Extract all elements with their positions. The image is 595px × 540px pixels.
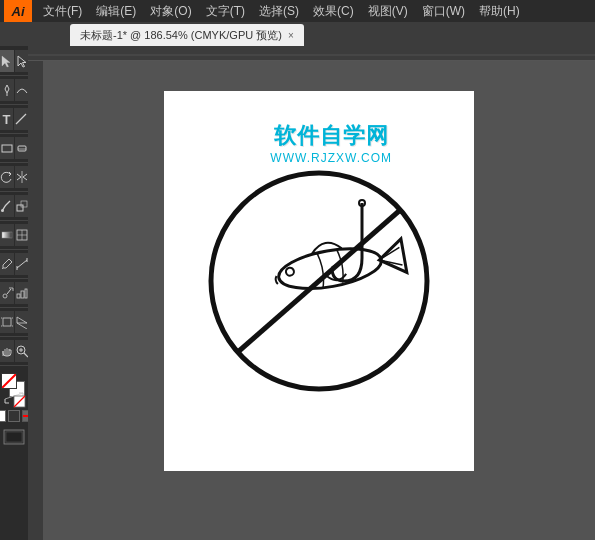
menu-object[interactable]: 对象(O): [143, 1, 198, 22]
no-fishing-illustration: [199, 161, 439, 401]
svg-rect-20: [3, 318, 11, 326]
rotate-tool[interactable]: [0, 166, 14, 188]
gradient-tool[interactable]: [0, 224, 14, 246]
direct-selection-tool[interactable]: [15, 50, 29, 72]
svg-line-0: [16, 114, 26, 124]
eraser-tool[interactable]: [15, 137, 29, 159]
normal-mode-button[interactable]: [0, 410, 6, 422]
eyedropper-tools: [0, 253, 28, 279]
svg-rect-8: [2, 232, 12, 238]
column-graph-tool[interactable]: [15, 282, 29, 304]
slice-tool[interactable]: [15, 311, 29, 333]
canvas-row: 软件自学网 WWW.RJZXW.COM: [28, 61, 595, 540]
hand-tool[interactable]: [0, 340, 14, 362]
transform-tools: [0, 166, 28, 192]
reflect-tool[interactable]: [15, 166, 29, 188]
svg-rect-37: [6, 432, 22, 442]
tab-title: 未标题-1* @ 186.54% (CMYK/GPU 预览): [80, 28, 282, 43]
line-tool[interactable]: [14, 108, 28, 130]
menu-file[interactable]: 文件(F): [36, 1, 89, 22]
foreground-color-swatch[interactable]: [1, 373, 17, 389]
rect-tool[interactable]: [0, 137, 14, 159]
artboard-tool[interactable]: [0, 311, 14, 333]
svg-point-5: [1, 209, 4, 212]
menu-help[interactable]: 帮助(H): [472, 1, 527, 22]
shape-tools: [0, 137, 28, 163]
artboard-tools: [0, 311, 28, 337]
menu-effect[interactable]: 效果(C): [306, 1, 361, 22]
selection-tools: [0, 50, 28, 76]
svg-rect-7: [21, 201, 27, 207]
left-toolbar: T: [0, 46, 28, 540]
svg-rect-1: [2, 145, 12, 152]
mesh-tool[interactable]: [15, 224, 29, 246]
scale-tool[interactable]: [15, 195, 29, 217]
eyedropper-tool[interactable]: [0, 253, 14, 275]
full-screen-mode-button[interactable]: [22, 410, 28, 422]
type-tools: T: [0, 108, 28, 134]
menu-bar: Ai 文件(F) 编辑(E) 对象(O) 文字(T) 选择(S) 效果(C) 视…: [0, 0, 595, 22]
menu-select[interactable]: 选择(S): [252, 1, 306, 22]
svg-rect-17: [17, 294, 20, 298]
menu-window[interactable]: 窗口(W): [415, 1, 472, 22]
menu-view[interactable]: 视图(V): [361, 1, 415, 22]
change-screen-mode[interactable]: [3, 429, 25, 448]
ruler-horizontal: // ruler ticks drawn via CSS content: [28, 46, 595, 61]
svg-line-13: [17, 260, 27, 268]
ruler-vertical: [28, 61, 43, 540]
svg-point-16: [3, 294, 7, 298]
tab-bar: 未标题-1* @ 186.54% (CMYK/GPU 预览) ×: [0, 22, 595, 46]
svg-rect-18: [21, 291, 24, 298]
gradient-tools: [0, 224, 28, 250]
svg-point-44: [285, 267, 294, 276]
svg-rect-19: [25, 289, 27, 298]
document-tab[interactable]: 未标题-1* @ 186.54% (CMYK/GPU 预览) ×: [70, 24, 304, 46]
svg-line-42: [239, 211, 399, 351]
paintbrush-tool[interactable]: [0, 195, 14, 217]
screen-mode-button[interactable]: [8, 410, 20, 422]
view-mode-buttons: [0, 410, 28, 422]
svg-rect-2: [18, 146, 26, 151]
pen-tool[interactable]: [0, 79, 14, 101]
tab-close-button[interactable]: ×: [288, 30, 294, 41]
svg-rect-40: [28, 61, 43, 540]
view-tools: [0, 340, 28, 366]
symbol-spray-tool[interactable]: [0, 282, 14, 304]
menu-items: 文件(F) 编辑(E) 对象(O) 文字(T) 选择(S) 效果(C) 视图(V…: [36, 1, 527, 22]
symbol-tools: [0, 282, 28, 308]
canvas-area[interactable]: 软件自学网 WWW.RJZXW.COM: [43, 61, 595, 540]
app-logo: Ai: [4, 0, 32, 22]
svg-rect-38: [28, 46, 595, 60]
selection-tool[interactable]: [0, 50, 14, 72]
type-tool[interactable]: T: [0, 108, 13, 130]
none-indicator: [13, 395, 27, 409]
curvature-tool[interactable]: [15, 79, 29, 101]
menu-edit[interactable]: 编辑(E): [89, 1, 143, 22]
paint-tools: [0, 195, 28, 221]
svg-line-12: [2, 268, 3, 269]
artboard: [164, 91, 474, 471]
svg-rect-6: [17, 205, 23, 211]
zoom-tool[interactable]: [15, 340, 29, 362]
color-section: [1, 373, 27, 405]
menu-type[interactable]: 文字(T): [199, 1, 252, 22]
pen-tools: [0, 79, 28, 105]
content-area: // ruler ticks drawn via CSS content 软件自…: [28, 46, 595, 540]
measure-tool[interactable]: [15, 253, 29, 275]
svg-line-25: [17, 323, 27, 329]
svg-line-27: [24, 353, 28, 357]
main-area: T: [0, 46, 595, 540]
